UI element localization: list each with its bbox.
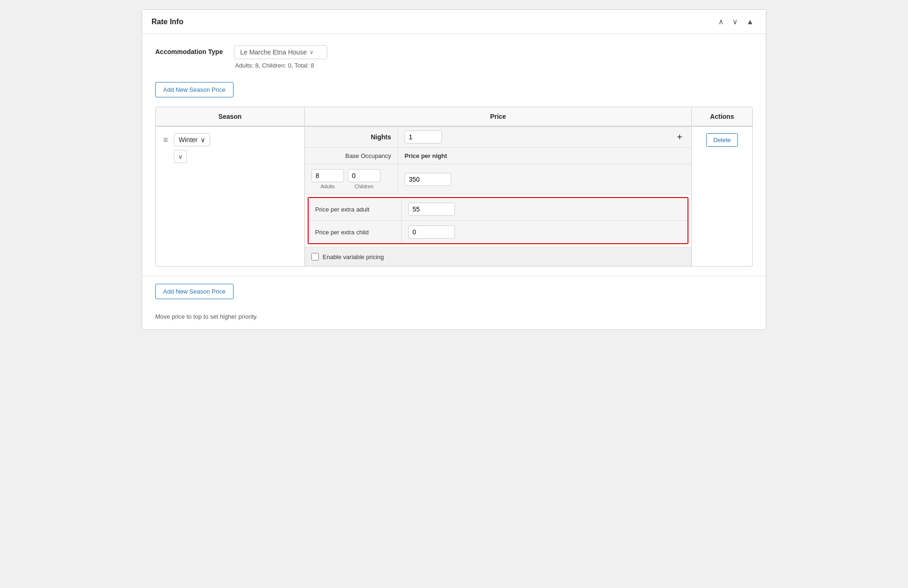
panel-title: Rate Info xyxy=(151,18,183,26)
nights-row: Nights + xyxy=(305,127,691,148)
occupancy-inputs-left: Adults Children xyxy=(305,164,398,194)
main-content: Accommodation Type Le Marche Etna House … xyxy=(142,34,766,276)
price-per-night-cell xyxy=(398,164,691,194)
actions-cell: Delete xyxy=(692,127,752,266)
extra-adult-input-cell xyxy=(402,198,688,220)
add-nights-button[interactable]: + xyxy=(668,127,691,147)
occupancy-inputs-row: Adults Children xyxy=(305,164,691,194)
bottom-section: Add New Season Price Move price to top t… xyxy=(142,276,766,329)
accommodation-label: Accommodation Type xyxy=(155,45,223,55)
children-input-group: Children xyxy=(348,169,380,189)
add-season-price-button-top[interactable]: Add New Season Price xyxy=(155,82,234,97)
expand-row-button[interactable]: ∨ xyxy=(174,150,187,163)
extra-adult-input[interactable] xyxy=(408,203,455,216)
add-season-price-button-bottom[interactable]: Add New Season Price xyxy=(155,284,234,299)
table-row: ≡ Winter ∨ ∨ xyxy=(156,126,752,266)
variable-pricing-row: Enable variable pricing xyxy=(305,247,691,266)
children-input[interactable] xyxy=(348,169,380,182)
children-label: Children xyxy=(355,184,374,189)
variable-pricing-checkbox[interactable] xyxy=(311,253,319,260)
variable-pricing-label[interactable]: Enable variable pricing xyxy=(323,253,384,260)
footer-hint: Move price to top to set higher priority… xyxy=(155,313,753,320)
season-dropdown[interactable]: Winter ∨ xyxy=(174,133,210,146)
header-controls: ∧ ∨ ▲ xyxy=(715,16,757,27)
delete-button[interactable]: Delete xyxy=(706,133,738,147)
adults-label: Adults xyxy=(321,184,335,189)
nights-label: Nights xyxy=(305,127,398,147)
price-column-header: Price xyxy=(305,107,692,126)
nights-input[interactable] xyxy=(405,130,442,144)
base-occupancy-row: Base Occupancy Price per night xyxy=(305,148,691,164)
accommodation-dropdown-value: Le Marche Etna House xyxy=(240,48,307,56)
price-inner: Nights + Base Occupancy Price per night xyxy=(305,127,691,266)
collapse-down-button[interactable]: ∨ xyxy=(729,16,741,27)
season-controls: Winter ∨ ∨ xyxy=(174,133,210,163)
season-column-header: Season xyxy=(156,107,305,126)
accommodation-sub-text: Adults: 8, Children: 0, Total: 8 xyxy=(234,62,327,69)
season-table: Season Price Actions ≡ Winter ∨ ∨ xyxy=(155,107,753,267)
extra-adult-row: Price per extra adult xyxy=(309,198,688,221)
variable-pricing-cell: Enable variable pricing xyxy=(305,247,691,266)
chevron-down-icon: ∨ xyxy=(310,49,314,55)
expand-panel-button[interactable]: ▲ xyxy=(743,17,757,27)
season-chevron-icon: ∨ xyxy=(200,136,205,144)
accommodation-row: Accommodation Type Le Marche Etna House … xyxy=(155,45,753,69)
extra-pricing-section: Price per extra adult Price per extra ch… xyxy=(308,197,688,244)
adults-input-group: Adults xyxy=(311,169,344,189)
table-header: Season Price Actions xyxy=(156,107,752,126)
base-occupancy-label: Base Occupancy xyxy=(305,148,398,164)
price-per-night-label: Price per night xyxy=(398,148,691,164)
season-cell: ≡ Winter ∨ ∨ xyxy=(156,127,305,266)
season-dropdown-value: Winter xyxy=(179,136,198,144)
adults-input[interactable] xyxy=(311,169,344,182)
panel-header: Rate Info ∧ ∨ ▲ xyxy=(142,10,766,34)
price-cell: Nights + Base Occupancy Price per night xyxy=(305,127,692,266)
extra-child-label: Price per extra child xyxy=(309,221,402,243)
nights-input-cell xyxy=(398,127,668,147)
extra-child-row: Price per extra child xyxy=(309,221,688,243)
extra-child-input[interactable] xyxy=(408,226,455,239)
expand-icon: ∨ xyxy=(178,153,183,160)
extra-child-input-cell xyxy=(402,221,688,243)
price-per-night-input[interactable] xyxy=(405,173,451,186)
rate-info-panel: Rate Info ∧ ∨ ▲ Accommodation Type Le Ma… xyxy=(142,9,766,330)
accommodation-dropdown-wrapper: Le Marche Etna House ∨ Adults: 8, Childr… xyxy=(234,45,327,69)
drag-handle-icon[interactable]: ≡ xyxy=(163,135,168,145)
collapse-up-button[interactable]: ∧ xyxy=(715,16,727,27)
actions-column-header: Actions xyxy=(692,107,752,126)
extra-adult-label: Price per extra adult xyxy=(309,198,402,220)
accommodation-dropdown[interactable]: Le Marche Etna House ∨ xyxy=(234,45,327,59)
